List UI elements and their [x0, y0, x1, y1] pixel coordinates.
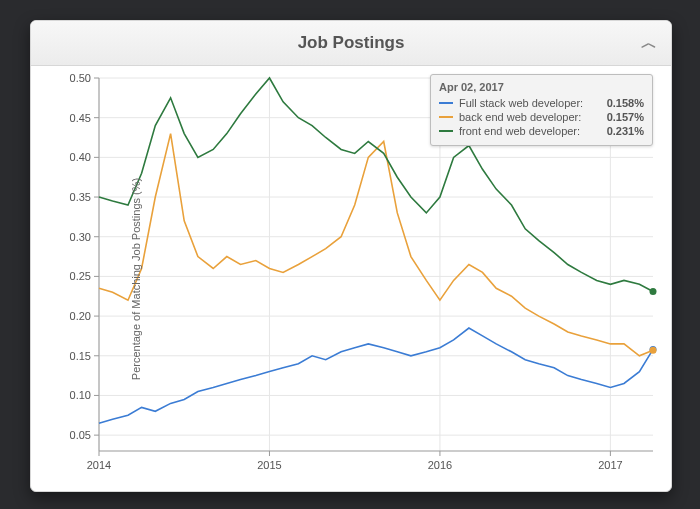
tooltip-series-label: front end web developer: [459, 125, 580, 137]
tooltip-series-label: back end web developer: [459, 111, 581, 123]
tooltip-row: Full stack web developer:0.158% [439, 97, 644, 109]
tooltip-series-value: 0.231% [607, 125, 644, 137]
svg-text:0.50: 0.50 [70, 72, 91, 84]
svg-text:2015: 2015 [257, 459, 281, 471]
series-swatch [439, 130, 453, 132]
job-postings-panel: Job Postings ︿ Percentage of Matching Jo… [30, 20, 672, 492]
series-line [99, 328, 653, 423]
svg-text:0.40: 0.40 [70, 151, 91, 163]
tooltip-series-value: 0.157% [607, 111, 644, 123]
tooltip-date: Apr 02, 2017 [439, 81, 644, 93]
series-swatch [439, 116, 453, 118]
tooltip-row: front end web developer:0.231% [439, 125, 644, 137]
tooltip-series-value: 0.158% [607, 97, 644, 109]
chart-area: Percentage of Matching Job Postings (%) … [31, 66, 671, 491]
svg-text:2014: 2014 [87, 459, 111, 471]
svg-text:0.05: 0.05 [70, 429, 91, 441]
tooltip-row: back end web developer:0.157% [439, 111, 644, 123]
series-end-point [650, 288, 657, 295]
series-end-point [650, 347, 657, 354]
svg-text:0.15: 0.15 [70, 350, 91, 362]
svg-text:2016: 2016 [428, 459, 452, 471]
chevron-up-icon[interactable]: ︿ [641, 21, 657, 65]
svg-text:0.10: 0.10 [70, 389, 91, 401]
svg-text:0.20: 0.20 [70, 310, 91, 322]
series-line [99, 134, 653, 356]
y-axis-label: Percentage of Matching Job Postings (%) [130, 177, 142, 379]
svg-text:0.35: 0.35 [70, 191, 91, 203]
svg-text:0.45: 0.45 [70, 112, 91, 124]
panel-header[interactable]: Job Postings ︿ [31, 21, 671, 66]
tooltip-series-label: Full stack web developer: [459, 97, 583, 109]
series-swatch [439, 102, 453, 104]
chart-tooltip: Apr 02, 2017 Full stack web developer:0.… [430, 74, 653, 146]
svg-text:2017: 2017 [598, 459, 622, 471]
panel-title: Job Postings [298, 33, 405, 52]
svg-text:0.25: 0.25 [70, 270, 91, 282]
svg-text:0.30: 0.30 [70, 231, 91, 243]
